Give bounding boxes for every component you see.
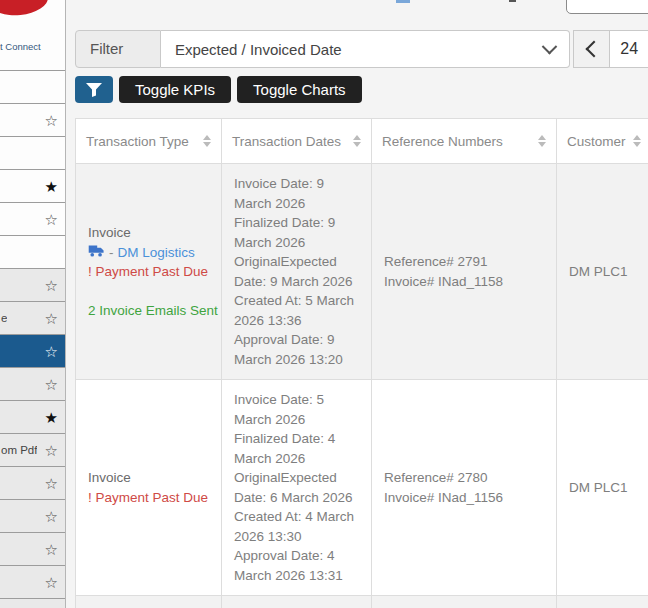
sidebar-item[interactable]: e☆	[0, 302, 65, 335]
star-icon[interactable]: ☆	[45, 476, 58, 491]
star-filled-icon[interactable]: ★	[45, 410, 58, 425]
clipped-panel-corner	[566, 0, 648, 14]
sidebar-item[interactable]: ☆	[0, 467, 65, 500]
col-header-transaction-dates[interactable]: Transaction Dates	[222, 119, 372, 164]
transaction-row[interactable]: Invoice Date: 5 March 2026	[76, 596, 648, 608]
transaction-row[interactable]: Invoice-DM Logistics! Payment Past Due2 …	[76, 164, 648, 380]
star-icon[interactable]: ☆	[45, 575, 58, 590]
app-window: t Connect ☆★☆☆e☆☆☆★om Pdf☆☆☆☆☆☆ Filter B…	[0, 0, 648, 608]
col-header-reference-numbers[interactable]: Reference Numbers	[372, 119, 557, 164]
date-nav-value[interactable]: 24	[610, 31, 648, 67]
sidebar-item[interactable]	[0, 236, 65, 269]
customer-cell: DM PLC1	[557, 164, 648, 380]
star-icon[interactable]: ☆	[45, 542, 58, 557]
transaction-dates-cell: Invoice Date: 9 March 2026Finalized Date…	[222, 164, 372, 380]
sidebar-item[interactable]	[0, 137, 65, 170]
sidebar-item[interactable]: ☆	[0, 368, 65, 401]
sidebar-item[interactable]: ☆	[0, 203, 65, 236]
date-line: OriginalExpected Date: 9 March 2026	[234, 252, 359, 291]
truck-icon	[88, 244, 105, 257]
toggle-kpis-button[interactable]: Toggle KPIs	[119, 76, 231, 103]
transaction-row[interactable]: Invoice! Payment Past DueInvoice Date: 5…	[76, 380, 648, 596]
sidebar-item[interactable]: ☆	[0, 599, 65, 608]
star-icon[interactable]: ☆	[45, 212, 58, 227]
sidebar-item[interactable]: ★	[0, 170, 65, 203]
date-line: Approval Date: 9 March 2026 13:20	[234, 330, 359, 369]
date-line: Approval Date: 4 March 2026 13:31	[234, 546, 359, 585]
sidebar-item[interactable]: om Pdf☆	[0, 434, 65, 467]
sidebar-item[interactable]: ☆	[0, 566, 65, 599]
funnel-icon	[86, 83, 102, 97]
carrier-link[interactable]: DM Logistics	[118, 243, 195, 263]
sidebar-item[interactable]: ★	[0, 401, 65, 434]
filter-button[interactable]	[75, 76, 113, 103]
transaction-type-cell	[76, 596, 222, 608]
transaction-type-label: Invoice	[88, 468, 209, 488]
sort-icon[interactable]	[203, 135, 211, 147]
sidebar-item[interactable]: ☆	[0, 500, 65, 533]
transaction-type-label: Invoice	[88, 223, 209, 243]
sidebar-list: ☆★☆☆e☆☆☆★om Pdf☆☆☆☆☆☆	[0, 70, 65, 608]
transactions-table: Transaction Type Transaction Dates Refer…	[75, 118, 648, 608]
reference-line: Invoice# INad_1158	[384, 272, 544, 292]
star-icon[interactable]: ☆	[45, 278, 58, 293]
sort-icon[interactable]	[633, 135, 641, 147]
date-line: Finalized Date: 4 March 2026	[234, 429, 359, 468]
star-icon[interactable]: ☆	[45, 113, 58, 128]
sidebar-item[interactable]: ☆	[0, 533, 65, 566]
sidebar-item-label: om Pdf	[1, 444, 37, 456]
date-line: Invoice Date: 9 March 2026	[234, 174, 359, 213]
clipped-nav-fragment	[396, 0, 410, 3]
reference-numbers-cell: Reference# 2780Invoice# INad_1156	[372, 380, 557, 596]
reference-line: Reference# 2780	[384, 468, 544, 488]
chevron-left-icon	[585, 41, 602, 58]
transaction-dates-cell: Invoice Date: 5 March 2026	[222, 596, 372, 608]
sort-icon[interactable]	[538, 135, 546, 147]
sidebar-item[interactable]: ☆	[0, 104, 65, 137]
star-icon[interactable]: ☆	[45, 311, 58, 326]
date-line: Created At: 5 March 2026 13:36	[234, 291, 359, 330]
col-label: Customer	[567, 134, 626, 149]
clipped-nav-fragment	[509, 0, 516, 2]
filter-bar: Filter By: Expected / Invoiced Date 24	[75, 30, 648, 68]
reference-numbers-cell: Reference# 2791Invoice# INad_1158	[372, 164, 557, 380]
transaction-type-cell: Invoice! Payment Past Due	[76, 380, 222, 596]
reference-line: Reference# 2791	[384, 252, 544, 272]
sidebar-item-label: e	[1, 312, 7, 324]
date-line: Finalized Date: 9 March 2026	[234, 213, 359, 252]
logo-mark	[0, 0, 49, 18]
customer-cell: DM PLC1	[557, 380, 648, 596]
col-label: Transaction Type	[86, 134, 189, 149]
invoice-emails-sent-label: 2 Invoice Emails Sent	[88, 301, 209, 321]
toolbar: Toggle KPIs Toggle Charts	[75, 76, 362, 103]
truck-icon	[88, 243, 105, 263]
payment-past-due-label: ! Payment Past Due	[88, 262, 209, 282]
payment-past-due-label: ! Payment Past Due	[88, 488, 209, 508]
carrier-line: -DM Logistics	[88, 243, 209, 263]
table-header-row: Transaction Type Transaction Dates Refer…	[76, 119, 648, 164]
date-filter-select[interactable]: Expected / Invoiced Date	[161, 30, 570, 68]
col-header-customer[interactable]: Customer	[557, 119, 648, 164]
star-icon[interactable]: ☆	[45, 509, 58, 524]
star-filled-icon[interactable]: ★	[45, 179, 58, 194]
customer-cell	[557, 596, 648, 608]
sidebar-item[interactable]	[0, 71, 65, 104]
col-header-transaction-type[interactable]: Transaction Type	[76, 119, 222, 164]
col-label: Reference Numbers	[382, 134, 503, 149]
star-icon[interactable]: ☆	[45, 443, 58, 458]
date-filter-value: Expected / Invoiced Date	[175, 41, 342, 58]
date-line: Invoice Date: 5 March 2026	[234, 390, 359, 429]
toggle-charts-button[interactable]: Toggle Charts	[237, 76, 362, 103]
sidebar: t Connect ☆★☆☆e☆☆☆★om Pdf☆☆☆☆☆☆	[0, 0, 66, 608]
sidebar-item[interactable]: ☆	[0, 269, 65, 302]
star-icon[interactable]: ☆	[45, 377, 58, 392]
brand-text: t Connect	[0, 41, 41, 52]
reference-line: Invoice# INad_1156	[384, 488, 544, 508]
prev-date-button[interactable]	[574, 31, 610, 67]
date-nav-group: 24	[573, 30, 648, 68]
sidebar-item[interactable]: ☆	[0, 335, 65, 368]
filter-by-label: Filter By:	[75, 30, 161, 68]
star-icon[interactable]: ☆	[45, 344, 58, 359]
sort-icon[interactable]	[353, 135, 361, 147]
transaction-type-cell: Invoice-DM Logistics! Payment Past Due2 …	[76, 164, 222, 380]
